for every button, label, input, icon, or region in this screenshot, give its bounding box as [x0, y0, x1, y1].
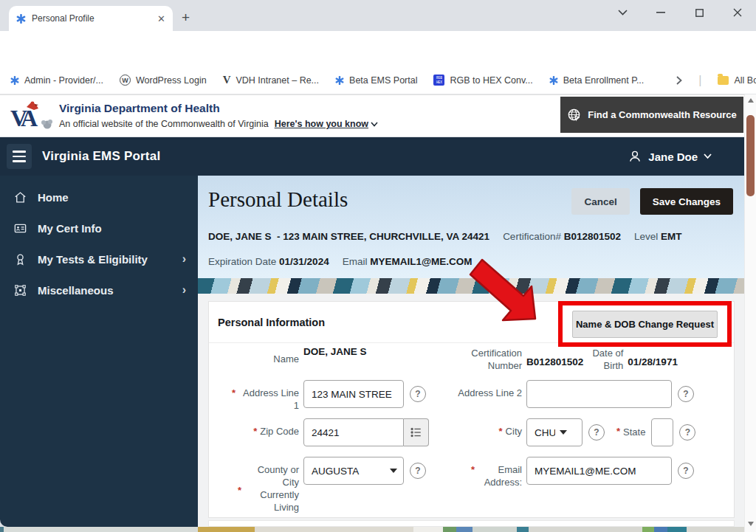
summary-line-1: DOE, JANE S - 123 MAIN STREE, CHURCHVILL…: [208, 231, 682, 242]
help-icon[interactable]: ?: [678, 463, 694, 479]
bookmark-wordpress-login[interactable]: W WordPress Login: [120, 75, 207, 86]
form-row-county-email: * County or City Currently Living AUGUST…: [209, 457, 735, 520]
minimize-button[interactable]: [653, 4, 669, 21]
help-icon[interactable]: ?: [410, 386, 426, 402]
address-line-1-label: Address Line 1: [238, 387, 299, 412]
zip-code-input[interactable]: [303, 418, 404, 446]
id-card-icon: [13, 221, 27, 235]
county-label: County or City Currently Living: [244, 464, 299, 514]
find-commonwealth-resource-button[interactable]: Find a Commonwealth Resource: [560, 97, 743, 133]
scroll-down-arrow[interactable]: [748, 522, 754, 526]
scroll-up-arrow[interactable]: [748, 98, 754, 103]
star-of-life-icon: [16, 14, 26, 24]
user-menu[interactable]: Jane Doe: [628, 149, 712, 164]
browser-tab[interactable]: Personal Profile ✕: [9, 6, 173, 31]
vdh-v-icon: V: [223, 74, 231, 86]
portal-header: Virginia EMS Portal Jane Doe: [0, 137, 756, 176]
required-asterisk: *: [471, 464, 475, 489]
bookmarks-bar: Admin - Provider/... W WordPress Login V…: [0, 66, 756, 94]
state-input[interactable]: [651, 418, 673, 446]
hamburger-menu-button[interactable]: [7, 144, 32, 169]
sidebar-item-miscellaneous[interactable]: Miscellaneous ›: [0, 274, 198, 305]
bookmark-admin-provider[interactable]: Admin - Provider/...: [10, 75, 103, 86]
home-icon: [13, 190, 27, 204]
name-label: Name: [273, 353, 299, 366]
required-asterisk: *: [253, 426, 257, 438]
chevron-right-icon: ›: [182, 252, 186, 266]
required-asterisk: *: [238, 485, 241, 496]
sidebar-item-my-cert-info[interactable]: My Cert Info: [0, 213, 198, 243]
user-name: Jane Doe: [648, 151, 698, 163]
star-of-life-icon: [335, 76, 344, 85]
certification-number-label: Certification Number: [464, 348, 522, 373]
star-of-life-icon: [549, 76, 558, 85]
bookmark-vdh-intranet[interactable]: V VDH Intranet – Re...: [223, 74, 319, 86]
required-asterisk: *: [499, 426, 503, 438]
county-select[interactable]: AUGUSTA: [303, 457, 404, 485]
date-of-birth-label: Date of Birth: [588, 348, 623, 373]
bookmarks-overflow-chevron[interactable]: [676, 76, 682, 85]
required-asterisk: *: [232, 387, 236, 412]
heres-how-you-know-link[interactable]: Here's how you know: [275, 119, 378, 129]
sidebar-item-my-tests-eligibility[interactable]: My Tests & Eligibility ›: [0, 243, 198, 274]
help-icon[interactable]: ?: [588, 424, 605, 441]
help-icon[interactable]: ?: [679, 424, 695, 441]
address-line-2-input[interactable]: [526, 380, 672, 408]
new-tab-button[interactable]: +: [182, 10, 190, 24]
city-select[interactable]: CHU: [526, 418, 583, 446]
tab-close-icon[interactable]: ✕: [157, 13, 165, 24]
vdh-title: Virginia Department of Health: [59, 102, 378, 115]
form-row-address: *Address Line 1 ? Address Line 2 ?: [209, 380, 735, 418]
sidebar-item-home[interactable]: Home: [0, 182, 198, 213]
user-icon: [628, 149, 642, 164]
bookmark-beta-ems-portal[interactable]: Beta EMS Portal: [335, 75, 417, 86]
star-of-life-icon: [10, 76, 19, 85]
page-scrollbar[interactable]: [744, 94, 756, 532]
page-title: Personal Details: [208, 187, 348, 212]
bookmark-beta-enrollment[interactable]: Beta Enrollment P...: [549, 75, 645, 86]
bookmark-rgb-to-hex[interactable]: RGBHEX RGB to HEX Conv...: [433, 75, 532, 86]
help-icon[interactable]: ?: [410, 463, 426, 479]
state-label: State: [623, 426, 645, 439]
email-address-input[interactable]: [526, 457, 672, 485]
address-line-1-input[interactable]: [303, 380, 404, 408]
browser-titlebar: Personal Profile ✕ +: [0, 0, 756, 31]
name-value: DOE, JANE S: [303, 346, 367, 357]
all-bookmarks-button[interactable]: All Bookmarks: [718, 75, 756, 86]
list-icon: [410, 427, 422, 438]
tab-title: Personal Profile: [32, 13, 151, 24]
card-title: Personal Information: [218, 317, 325, 328]
cancel-button[interactable]: Cancel: [571, 188, 629, 215]
email-address-label: Email Address:: [478, 464, 522, 489]
zip-code-label: Zip Code: [260, 426, 299, 438]
form-row-zip-city-state: *Zip Code *City CHU ? *S: [209, 418, 735, 457]
rgb-hex-icon: RGBHEX: [433, 75, 444, 86]
certification-number-value: B012801502: [526, 352, 583, 367]
summary-line-2: Expiration Date 01/31/2024Email MYEMAIL1…: [208, 256, 472, 267]
zip-lookup-list-button[interactable]: [404, 418, 429, 446]
save-changes-button[interactable]: Save Changes: [640, 188, 733, 215]
decorative-banner-strip: [198, 278, 744, 294]
select-arrow-icon: [560, 430, 567, 435]
bookmarks-separator: |: [698, 74, 701, 87]
card-bottom-band: [208, 520, 735, 527]
decorative-bottom-strip: [0, 527, 744, 532]
wordpress-icon: W: [120, 75, 131, 86]
scrollbar-thumb[interactable]: [746, 115, 755, 196]
miscellaneous-icon: [13, 283, 27, 297]
tab-search-chevron-icon[interactable]: [614, 4, 630, 21]
help-icon[interactable]: ?: [678, 386, 694, 402]
highlight-box: Name & DOB Change Request: [558, 301, 732, 347]
vdh-site-header: VA Virginia Department of Health An offi…: [0, 94, 756, 137]
sidebar-nav: Home My Cert Info My Tests & Eligibility…: [0, 176, 198, 527]
select-arrow-icon: [390, 469, 397, 473]
browser-toolbar: kobe.vdh.virginia.gov/emscopy/f?p=163:5:…: [0, 31, 756, 66]
name-dob-change-request-button[interactable]: Name & DOB Change Request: [572, 311, 718, 338]
main-content: Personal Details Cancel Save Changes DOE…: [198, 176, 744, 532]
close-window-button[interactable]: [729, 4, 746, 21]
award-ribbon-icon: [13, 252, 27, 266]
maximize-button[interactable]: [691, 4, 707, 21]
chevron-right-icon: ›: [182, 283, 186, 297]
required-asterisk: *: [616, 426, 620, 439]
page-hero: Personal Details Cancel Save Changes DOE…: [198, 176, 744, 278]
